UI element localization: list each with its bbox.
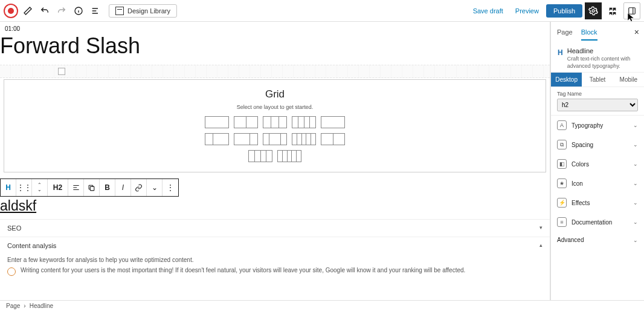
settings-sidebar: Page Block × H Headline Craft text-rich … (550, 22, 644, 300)
move-up-down-icon[interactable]: ⌃⌄ (32, 179, 48, 196)
layout-5col[interactable] (292, 133, 316, 145)
crumb-sep: › (24, 303, 25, 309)
icon-icon: ★ (557, 178, 567, 188)
typography-icon: A (557, 120, 567, 130)
close-sidebar-icon[interactable]: × (634, 27, 639, 37)
panel-effects[interactable]: ⚡Effects⌄ (551, 193, 644, 212)
more-rich-icon[interactable]: ⌄ (147, 179, 163, 196)
tag-name-label: Tag Name (557, 91, 638, 97)
content-analysis-hint: Enter a few keywords for analysis to hel… (7, 257, 543, 263)
editor-area: 01:00 Forward Slash Grid Select one layo… (0, 22, 550, 300)
layout-4col-b[interactable] (248, 150, 272, 162)
layout-1-1[interactable] (321, 133, 345, 145)
content-analysis-header[interactable]: Content analysis ▴ (0, 237, 550, 254)
chevron-down-icon: ⌄ (633, 200, 638, 206)
seo-panel-header[interactable]: SEO ▾ (0, 219, 550, 237)
device-mobile[interactable]: Mobile (613, 73, 644, 87)
heading-level-h2[interactable]: H2 (48, 179, 68, 196)
svg-point-1 (592, 10, 594, 12)
block-name: Headline (567, 47, 638, 54)
block-icon-headline: H (557, 47, 564, 58)
bold-button[interactable]: B (100, 179, 115, 196)
tag-name-select[interactable]: h2 (557, 99, 638, 111)
record-button[interactable] (4, 4, 18, 18)
link-icon[interactable] (131, 179, 147, 196)
colors-icon: ◧ (557, 159, 567, 169)
layout-1-2[interactable] (205, 133, 229, 145)
crumb-page[interactable]: Page (6, 303, 20, 309)
align-icon[interactable] (68, 179, 84, 196)
chevron-down-icon: ⌄ (633, 180, 638, 186)
info-icon[interactable] (71, 4, 86, 18)
options-icon[interactable]: ⋮ (163, 179, 178, 196)
layout-1col[interactable] (205, 116, 229, 128)
chevron-down-icon: ⌄ (633, 122, 638, 128)
svg-rect-3 (90, 186, 94, 191)
panel-icon[interactable]: ★Icon⌄ (551, 174, 644, 193)
effects-icon: ⚡ (557, 198, 567, 208)
device-tablet[interactable]: Tablet (582, 73, 613, 87)
chevron-down-icon: ⌄ (633, 219, 638, 225)
panel-typography[interactable]: ATypography⌄ (551, 116, 644, 135)
spacing-icon: ⧉ (557, 140, 567, 149)
content-tip: Writing content for your users is the mo… (21, 267, 465, 273)
block-desc: Craft text-rich content with advanced ty… (567, 56, 638, 70)
publish-button[interactable]: Publish (546, 4, 582, 18)
preview-button[interactable]: Preview (510, 5, 544, 17)
chevron-down-icon: ⌄ (633, 237, 638, 243)
svg-rect-2 (629, 7, 636, 14)
chevron-down-icon: ▾ (539, 224, 543, 232)
seo-label: SEO (7, 224, 21, 232)
redo-icon[interactable] (54, 4, 69, 18)
settings-button[interactable] (585, 2, 602, 19)
layout-2col[interactable] (234, 116, 258, 128)
tab-page[interactable]: Page (557, 28, 573, 36)
top-toolbar: Design Library Save draft Preview Publis… (0, 0, 644, 22)
doc-icon: ≡ (557, 217, 567, 227)
grid-title: Grid (10, 88, 539, 100)
layout-2-1[interactable] (234, 133, 258, 145)
headline-text[interactable]: aldskf (0, 198, 550, 219)
device-desktop[interactable]: Desktop (551, 73, 582, 87)
drag-handle-icon[interactable]: ⋮⋮ (16, 179, 32, 196)
gp-button[interactable] (604, 2, 621, 19)
save-draft-button[interactable]: Save draft (468, 5, 508, 17)
layout-3col[interactable] (263, 116, 287, 128)
sidebar-toggle-button[interactable] (623, 2, 640, 19)
grid-subtitle: Select one layout to get started. (10, 104, 539, 110)
design-library-button[interactable]: Design Library (109, 4, 177, 18)
content-analysis-label: Content analysis (7, 242, 56, 249)
duplicate-icon[interactable] (84, 179, 100, 196)
chevron-down-icon: ⌄ (633, 142, 638, 148)
layout-4col[interactable] (292, 116, 316, 128)
layout-1col-b[interactable] (321, 116, 345, 128)
guide-handle[interactable] (58, 68, 65, 75)
panel-documentation[interactable]: ≡Documentation⌄ (551, 212, 644, 232)
crumb-block[interactable]: Headline (30, 303, 53, 309)
undo-icon[interactable] (37, 4, 52, 18)
design-library-label: Design Library (127, 7, 170, 15)
block-type-h[interactable]: H (1, 179, 16, 196)
panel-spacing[interactable]: ⧉Spacing⌄ (551, 135, 644, 154)
chevron-up-icon: ▴ (539, 242, 543, 249)
library-icon (115, 7, 124, 15)
chevron-down-icon: ⌄ (633, 161, 638, 167)
block-toolbar: H ⋮⋮ ⌃⌄ H2 B I ⌄ ⋮ (0, 178, 179, 197)
panel-advanced[interactable]: Advanced⌄ (551, 232, 644, 248)
outline-icon[interactable] (88, 4, 103, 18)
edit-icon[interactable] (21, 4, 35, 18)
grid-block[interactable]: Grid Select one layout to get started. (4, 79, 546, 172)
page-title[interactable]: Forward Slash (0, 33, 550, 65)
italic-button[interactable]: I (115, 179, 131, 196)
panel-colors[interactable]: ◧Colors⌄ (551, 154, 644, 174)
breadcrumb: Page › Headline (0, 300, 644, 311)
time-label: 01:00 (0, 22, 550, 33)
canvas-guides (0, 65, 550, 78)
tab-block[interactable]: Block (581, 28, 597, 41)
layout-5col-b[interactable] (277, 150, 301, 162)
layout-1-2-1[interactable] (263, 133, 287, 145)
lightbulb-icon (7, 267, 16, 276)
